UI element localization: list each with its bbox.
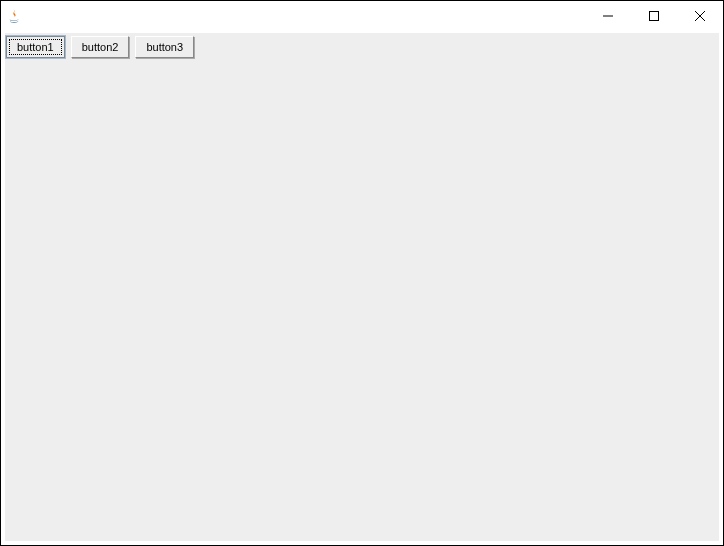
button-2[interactable]: button2 (71, 36, 130, 58)
minimize-icon (603, 11, 613, 21)
content-pane: button1 button2 button3 (5, 33, 719, 541)
button-1[interactable]: button1 (6, 36, 65, 58)
minimize-button[interactable] (585, 1, 631, 31)
titlebar (1, 1, 723, 31)
application-window: button1 button2 button3 (0, 0, 724, 546)
svg-rect-1 (650, 12, 659, 21)
java-icon (7, 8, 23, 24)
close-icon (695, 11, 705, 21)
titlebar-left (7, 8, 29, 24)
window-controls (585, 1, 723, 31)
maximize-button[interactable] (631, 1, 677, 31)
maximize-icon (649, 11, 659, 21)
close-button[interactable] (677, 1, 723, 31)
button-3[interactable]: button3 (135, 36, 194, 58)
